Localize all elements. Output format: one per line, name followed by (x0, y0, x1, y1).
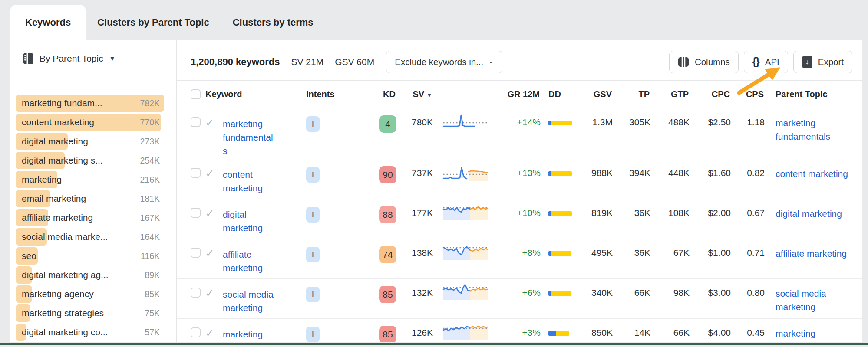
sidebar-parent-topic-item[interactable]: social media marke... 164K (16, 228, 164, 246)
dd-bar (548, 171, 586, 176)
topic-count: 75K (145, 304, 160, 322)
trend-sparkline (433, 239, 499, 261)
topic-count: 216K (140, 171, 160, 188)
parent-topic-link[interactable]: marketing fundamentals (776, 116, 848, 143)
row-checkbox[interactable] (191, 327, 201, 337)
row-checkbox[interactable] (191, 208, 201, 218)
growth-12m-value: +3% (499, 319, 541, 338)
topic-label: social media marke... (22, 228, 108, 246)
topic-label: seo (22, 247, 36, 265)
row-checkbox[interactable] (191, 117, 201, 127)
sidebar-parent-topic-item[interactable]: marketing strategies 75K (16, 304, 164, 322)
gtp-value: 98K (650, 279, 690, 298)
growth-12m-value: +6% (499, 279, 541, 298)
dd-bar (548, 291, 586, 296)
dd-bar-yellow (551, 171, 572, 176)
intent-badge[interactable]: I (306, 116, 320, 132)
header-parent-topic[interactable]: Parent Topic (765, 89, 862, 99)
sidebar-parent-topic-item[interactable]: digital marketing s... 254K (16, 152, 164, 169)
dd-bar-blue (548, 331, 556, 336)
sidebar-parent-topic-item[interactable]: content marketing 770K (16, 114, 164, 131)
header-gr-12m[interactable]: GR 12M (499, 89, 541, 99)
sidebar-parent-topic-item[interactable]: marketing 216K (16, 171, 164, 188)
api-label: API (765, 57, 779, 67)
view-tabs: Keywords Clusters by Parent Topic Cluste… (10, 5, 325, 40)
tab-keywords-label: Keywords (25, 17, 71, 28)
parent-topic-link[interactable]: affiliate marketing (776, 247, 847, 260)
sidebar-parent-topic-item[interactable]: digital marketing ag... 89K (16, 266, 164, 284)
exclude-keywords-dropdown[interactable]: Exclude keywords in... ⌄ (386, 51, 502, 73)
columns-button[interactable]: Columns (669, 51, 739, 73)
parent-topic-link[interactable]: social media marketing (776, 287, 848, 314)
row-checkbox[interactable] (191, 288, 201, 298)
parent-topic-link[interactable]: content marketing (776, 167, 848, 180)
intent-badge[interactable]: I (306, 167, 320, 183)
topic-count: 254K (140, 152, 160, 169)
header-gtp[interactable]: GTP (650, 89, 690, 99)
gsv-value: 850K (586, 319, 613, 338)
intent-badge[interactable]: I (306, 207, 320, 223)
sidebar-parent-topic-item[interactable]: digital marketing 273K (16, 133, 164, 150)
keyword-link[interactable]: affiliate marketing (223, 248, 276, 275)
keyword-link[interactable]: marketing fundamentals (223, 117, 276, 157)
parent-topic-sidebar: By Parent Topic ▼ marketing fundam... 78… (10, 40, 176, 342)
keyword-link[interactable]: digital marketing (223, 208, 276, 235)
parent-topic-link[interactable]: digital marketing (776, 207, 842, 220)
tp-value: 36K (613, 239, 650, 258)
growth-12m-value: +8% (499, 239, 541, 258)
keyword-link[interactable]: content marketing (223, 168, 276, 195)
api-button[interactable]: {} API (744, 51, 788, 73)
sidebar-parent-topic-item[interactable]: seo 116K (16, 247, 164, 265)
parent-topic-link[interactable]: marketing (776, 327, 815, 340)
tab-clusters-by-terms[interactable]: Clusters by terms (221, 5, 325, 40)
topic-label: digital marketing ag... (22, 266, 109, 284)
parent-topic-cell: social media marketing (765, 279, 862, 314)
export-button[interactable]: ↓ Export (793, 51, 852, 73)
included-check-icon: ✓ (205, 287, 214, 299)
row-checkbox[interactable] (191, 168, 201, 178)
topic-count: 181K (140, 190, 160, 207)
header-gsv[interactable]: GSV (586, 89, 613, 99)
header-intents[interactable]: Intents (306, 89, 358, 99)
keywords-count: 1,200,890 keywords (191, 56, 280, 68)
header-keyword[interactable]: Keyword (205, 89, 306, 99)
header-sv-sorted[interactable]: SV▼ (396, 89, 433, 99)
header-cps[interactable]: CPS (731, 89, 765, 99)
select-all-checkbox[interactable] (191, 89, 201, 99)
tab-clusters-by-parent-topic[interactable]: Clusters by Parent Topic (86, 5, 221, 40)
sidebar-parent-topic-item[interactable]: marketing agency 85K (16, 285, 164, 303)
gsv-value: 1.3M (586, 108, 613, 128)
keywords-panel: By Parent Topic ▼ marketing fundam... 78… (10, 40, 862, 342)
sidebar-parent-topic-item[interactable]: digital marketing co... 57K (16, 324, 164, 341)
parent-topic-cell: marketing fundamentals (765, 108, 862, 143)
topic-label: affiliate marketing (22, 209, 93, 226)
tab-keywords[interactable]: Keywords (10, 5, 86, 40)
intent-badge[interactable]: I (306, 247, 320, 262)
header-cpc[interactable]: CPC (690, 89, 731, 99)
keyword-link[interactable]: social media marketing (223, 288, 276, 314)
table-row: ✓ marketing fundamentals I 4 780K +14% 1… (177, 108, 862, 159)
row-checkbox[interactable] (191, 248, 201, 258)
sidebar-parent-topic-item[interactable]: email marketing 181K (16, 190, 164, 207)
topic-count: 57K (145, 324, 160, 341)
intent-badge[interactable]: I (306, 327, 320, 342)
header-kd[interactable]: KD (358, 89, 396, 99)
kd-badge: 4 (379, 115, 396, 133)
topic-label: marketing fundam... (22, 95, 102, 112)
header-dd[interactable]: DD (541, 89, 586, 99)
dd-cell (541, 199, 586, 216)
tp-value: 305K (613, 108, 650, 128)
included-check-icon: ✓ (205, 247, 214, 259)
keyword-link[interactable]: marketing (223, 327, 263, 341)
kd-cell: 90 (358, 159, 396, 183)
intent-badge[interactable]: I (306, 287, 320, 302)
parent-topic-cell: affiliate marketing (765, 239, 862, 260)
sidebar-parent-topic-item[interactable]: marketing fundam... 782K (16, 95, 164, 112)
group-by-dropdown[interactable]: By Parent Topic ▼ (23, 52, 116, 65)
kd-badge: 85 (379, 326, 396, 342)
intents-cell: I (306, 199, 358, 223)
topic-label: digital marketing (22, 133, 88, 150)
sidebar-parent-topic-item[interactable]: affiliate marketing 167K (16, 209, 164, 226)
header-tp[interactable]: TP (613, 89, 650, 99)
kd-badge: 74 (379, 246, 396, 263)
